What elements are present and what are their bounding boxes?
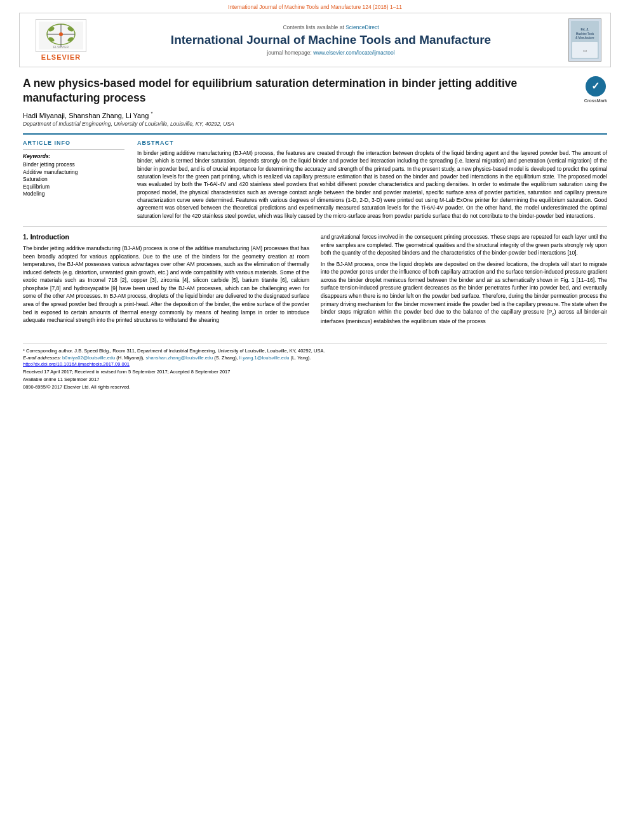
homepage-text: journal homepage: xyxy=(267,50,313,56)
available-online: Available online 11 September 2017 xyxy=(23,377,99,382)
abstract-column: ABSTRACT In binder jetting additive manu… xyxy=(137,140,607,220)
article-title-text: A new physics-based model for equilibriu… xyxy=(23,77,517,104)
email-label: E-mail addresses: xyxy=(23,355,62,361)
journal-header: ELSEVIER ELSEVIER Contents lists availab… xyxy=(19,13,611,67)
journal-title-section: Contents lists available at ScienceDirec… xyxy=(96,24,566,57)
keyword-equilibrium: Equilibrium xyxy=(23,183,124,190)
footer-dates: Received 17 April 2017; Received in revi… xyxy=(23,368,607,391)
doi-link[interactable]: http://dx.doi.org/10.1016/j.ijmachtools.… xyxy=(23,361,130,367)
intro-paragraph-3: In the BJ-AM process, once the liquid dr… xyxy=(321,260,607,326)
keywords-label: Keywords: xyxy=(23,153,124,159)
email-zhang-name: (S. Zhang), xyxy=(214,355,239,361)
section-divider xyxy=(23,226,607,227)
article-info-column: ARTICLE INFO Keywords: Binder jetting pr… xyxy=(23,140,124,220)
footnotes-section: * Corresponding author. J.B. Speed Bldg.… xyxy=(23,343,607,392)
article-info-heading: ARTICLE INFO xyxy=(23,140,124,146)
keyword-binder-jetting: Binder jetting process xyxy=(23,161,124,168)
abstract-text: In binder jetting additive manufacturing… xyxy=(137,149,607,220)
journal-title: International Journal of Machine Tools a… xyxy=(96,33,566,48)
article-title-container: A new physics-based model for equilibriu… xyxy=(23,76,607,105)
authors-line: Hadi Miyanaji, Shanshan Zhang, Li Yang * xyxy=(23,110,607,119)
svg-point-4 xyxy=(59,32,63,36)
keyword-saturation: Saturation xyxy=(23,176,124,182)
doi-line: http://dx.doi.org/10.1016/j.ijmachtools.… xyxy=(23,361,607,367)
journal-homepage-line: journal homepage: www.elsevier.com/locat… xyxy=(96,50,566,56)
main-left-column: 1. Introduction The binder jetting addit… xyxy=(23,233,309,329)
journal-thumbnail: Int. J. Machine Tools & Manufacture 124 xyxy=(566,18,604,62)
journal-reference-line: International Journal of Machine Tools a… xyxy=(0,0,630,13)
email-yang-name: (L. Yang). xyxy=(290,355,311,361)
corresponding-author-text: * Corresponding author. J.B. Speed Bldg.… xyxy=(23,348,325,354)
corresponding-author-marker: * xyxy=(151,110,152,116)
journal-ref-text: International Journal of Machine Tools a… xyxy=(228,4,402,10)
svg-text:Machine Tools: Machine Tools xyxy=(576,32,594,36)
affiliation-line: Department of Industrial Engineering, Un… xyxy=(23,121,607,127)
introduction-title: 1. Introduction xyxy=(23,233,309,241)
intro-paragraph-1: The binder jetting additive manufacturin… xyxy=(23,244,309,324)
elsevier-logo-svg: ELSEVIER xyxy=(39,22,83,50)
email-miyanaji[interactable]: b0miya02@louisville.edu xyxy=(62,355,115,361)
abstract-heading: ABSTRACT xyxy=(137,140,607,146)
authors-text: Hadi Miyanaji, Shanshan Zhang, Li Yang xyxy=(23,111,149,119)
email-zhang[interactable]: shanshan.zhang@louisville.edu xyxy=(146,355,213,361)
main-content-section: 1. Introduction The binder jetting addit… xyxy=(23,233,607,329)
elsevier-brand-text: ELSEVIER xyxy=(41,53,81,61)
corresponding-author-note: * Corresponding author. J.B. Speed Bldg.… xyxy=(23,347,607,354)
journal-homepage-link[interactable]: www.elsevier.com/locate/ijmactool xyxy=(313,50,395,56)
crossmark-badge: ✓ CrossMark xyxy=(584,76,607,103)
article-body: A new physics-based model for equilibriu… xyxy=(0,67,630,335)
crossmark-label-text: CrossMark xyxy=(584,98,607,103)
intro-paragraph-2: and gravitational forces involved in the… xyxy=(321,233,607,257)
elsevier-logo-section: ELSEVIER ELSEVIER xyxy=(26,19,96,61)
main-right-column: and gravitational forces involved in the… xyxy=(321,233,607,329)
copyright-notice: 0890-6955/© 2017 Elsevier Ltd. All right… xyxy=(23,384,130,390)
elsevier-logo: ELSEVIER ELSEVIER xyxy=(26,19,96,61)
email-miyanaji-name: (H. Miyanaji), xyxy=(116,355,145,361)
svg-text:124: 124 xyxy=(583,50,587,53)
email-yang[interactable]: li.yang.1@louisville.edu xyxy=(239,355,290,361)
sciencedirect-link[interactable]: ScienceDirect xyxy=(345,24,379,30)
contents-availability-line: Contents lists available at ScienceDirec… xyxy=(96,24,566,30)
svg-text:Int. J.: Int. J. xyxy=(580,27,589,31)
keyword-additive-manufacturing: Additive manufacturing xyxy=(23,169,124,175)
page: International Journal of Machine Tools a… xyxy=(0,0,630,840)
elsevier-logo-box: ELSEVIER xyxy=(36,19,86,52)
svg-text:& Manufacture: & Manufacture xyxy=(575,36,594,39)
email-addresses-line: E-mail addresses: b0miya02@louisville.ed… xyxy=(23,354,607,361)
contents-available-text: Contents lists available at xyxy=(283,24,345,30)
keyword-modeling: Modeling xyxy=(23,190,124,197)
article-info-abstract-section: ARTICLE INFO Keywords: Binder jetting pr… xyxy=(23,133,607,220)
crossmark-icon: ✓ xyxy=(586,76,606,97)
svg-text:ELSEVIER: ELSEVIER xyxy=(53,45,69,49)
received-dates: Received 17 April 2017; Received in revi… xyxy=(23,369,230,375)
journal-cover-thumbnail: Int. J. Machine Tools & Manufacture 124 xyxy=(568,18,601,62)
